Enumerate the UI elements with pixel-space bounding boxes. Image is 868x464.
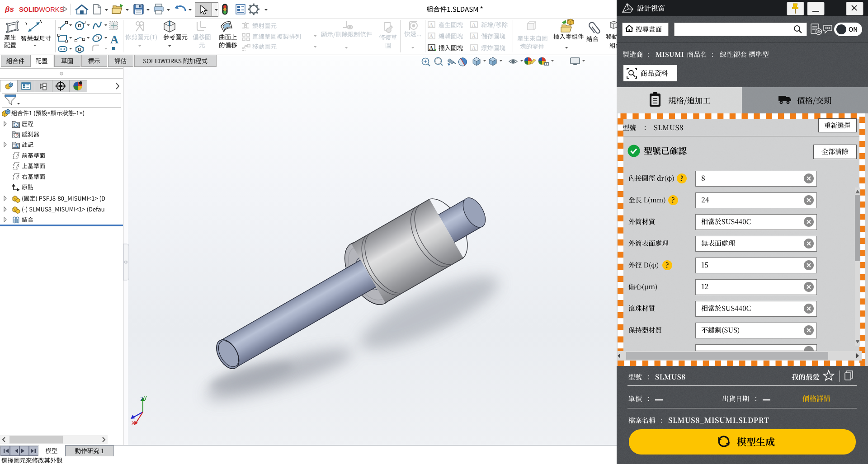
- svg-text:A: A: [110, 33, 118, 46]
- svg-text:A: A: [429, 22, 434, 28]
- svg-text:SOLIDWORKS: SOLIDWORKS: [19, 6, 64, 13]
- svg-text:A: A: [472, 45, 476, 51]
- svg-text:Y: Y: [144, 395, 147, 401]
- svg-text:A: A: [429, 33, 434, 39]
- svg-text:A: A: [429, 45, 434, 51]
- svg-text:βs: βs: [5, 5, 14, 14]
- svg-text:X: X: [132, 420, 135, 426]
- svg-text:A: A: [472, 22, 476, 28]
- svg-text:A: A: [472, 33, 476, 39]
- svg-text:Z: Z: [140, 397, 143, 402]
- svg-text:A: A: [14, 143, 19, 149]
